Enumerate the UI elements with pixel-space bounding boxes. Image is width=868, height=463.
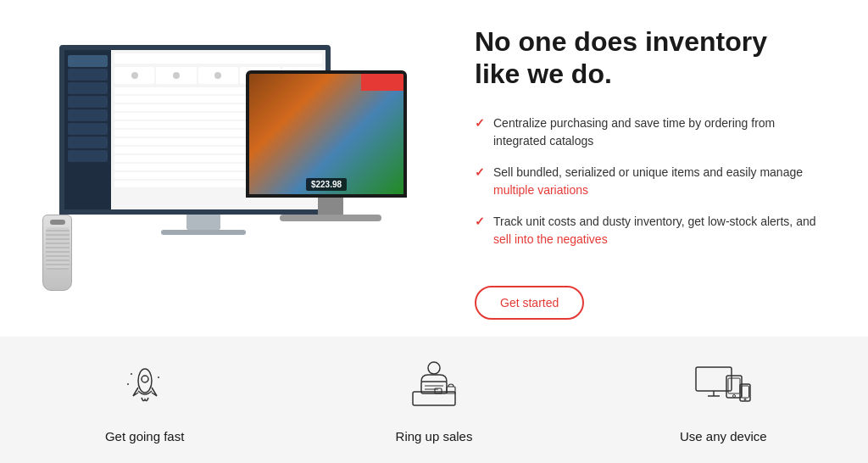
check-icon-1: ✓ [475,116,485,130]
pos-screen-image: $223.98 [249,74,403,194]
screen-sidebar [64,50,111,209]
sidebar-item [68,82,108,94]
svg-point-1 [142,376,148,382]
svg-rect-19 [742,386,749,398]
feature-text-2: Sell bundled, serialized or unique items… [493,164,817,199]
highlight-2: multiple variations [493,183,588,197]
feature-item-1: ✓ Centralize purchasing and save time by… [475,114,817,150]
check-icon-3: ✓ [475,215,485,228]
pos-price: $223.98 [306,178,347,191]
barcode-scanner [42,215,72,291]
feature-item-3: ✓ Track unit costs and dusty inventory, … [475,213,817,248]
grid-item [198,67,238,84]
svg-point-9 [428,362,440,374]
feature-card-get-going-fast: Get going fast [0,339,289,460]
sidebar-item [68,150,108,162]
sidebar-item [68,123,108,135]
sidebar-item [68,96,108,108]
svg-point-2 [131,373,132,375]
monitor-base [161,230,246,235]
sidebar-item [68,109,108,121]
pos-stand-base [280,215,381,221]
feature-card-label-use-any-device: Use any device [680,429,767,443]
scanner-grip [46,227,70,270]
feature-card-use-any-device: Use any device [579,339,868,460]
right-content: No one does inventory like we do. ✓ Cent… [458,25,817,320]
pos-screen: $223.98 [246,70,407,198]
rocket-icon [115,356,175,416]
svg-point-3 [158,377,159,378]
main-title: No one does inventory like we do. [475,25,817,91]
highlight-3: sell into the negatives [493,232,608,246]
svg-point-4 [127,383,129,385]
feature-text-1: Centralize purchasing and save time by o… [493,114,817,150]
pos-terminal: $223.98 [246,70,415,240]
grid-item [156,67,196,84]
pos-red-bar [361,74,403,91]
svg-point-0 [138,369,152,393]
monitor-stand [186,215,220,230]
sidebar-item [68,69,108,81]
devices-icon [693,356,753,416]
top-section: $223.98 No one does inventory like we do… [0,0,868,337]
sidebar-item [68,55,108,67]
feature-item-2: ✓ Sell bundled, serialized or unique ite… [475,164,817,199]
feature-card-label-get-going-fast: Get going fast [105,429,184,443]
cashier-icon [404,356,464,416]
svg-point-20 [744,399,746,400]
feature-list: ✓ Centralize purchasing and save time by… [475,114,817,262]
grid-item [114,67,154,84]
get-started-button[interactable]: Get started [475,286,584,320]
feature-card-ring-up-sales: Ring up sales [289,339,578,460]
bottom-section: Get going fast [0,337,868,463]
screen-topbar [114,53,322,64]
device-illustration: $223.98 [34,45,424,299]
page-wrapper: $223.98 No one does inventory like we do… [0,0,868,463]
feature-card-label-ring-up-sales: Ring up sales [396,429,473,443]
sidebar-item [68,137,108,148]
feature-text-3: Track unit costs and dusty inventory, ge… [493,213,817,248]
svg-point-17 [733,394,736,397]
check-icon-2: ✓ [475,165,485,179]
pos-stand-neck [318,198,343,215]
scanner-button [50,220,65,225]
